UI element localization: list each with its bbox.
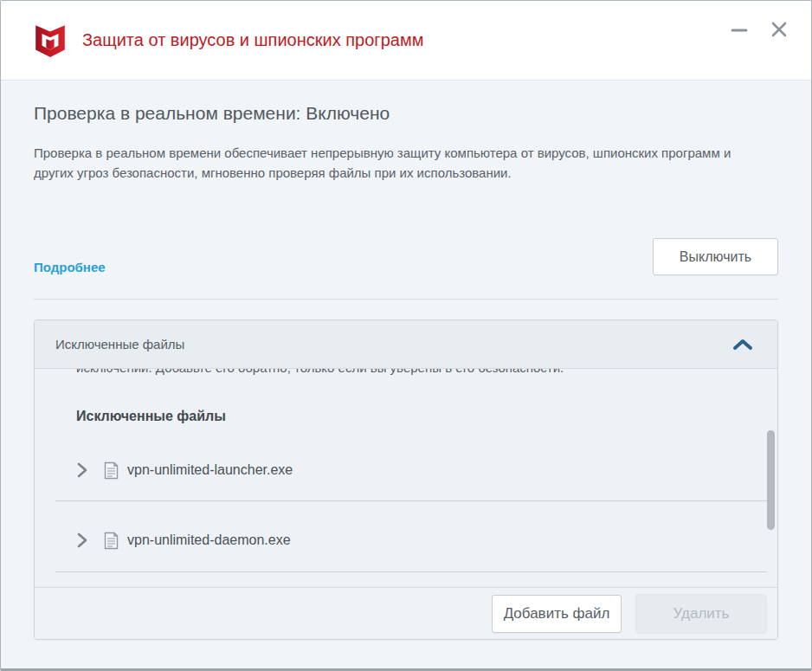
excluded-files-accordion-header[interactable]: Исключенные файлы [35,320,777,369]
mcafee-logo-icon [32,23,68,59]
delete-button[interactable]: Удалить [635,594,767,634]
excluded-files-panel: Исключенные файлы исключений. Добавьте е… [34,319,778,640]
accordion-header-label: Исключенные файлы [55,337,184,352]
turn-off-button[interactable]: Выключить [653,238,778,275]
scrollbar-thumb[interactable] [767,430,775,530]
minimize-icon [729,19,750,40]
close-icon [769,19,789,40]
chevron-right-icon[interactable] [76,532,88,548]
file-icon [104,532,119,550]
titlebar: Защита от вирусов и шпионских программ [1,1,811,81]
row-divider [55,500,767,501]
file-name: vpn-unlimited-daemon.exe [127,532,291,548]
clipped-description-text: исключений. Добавьте его обратно, только… [76,369,722,377]
file-name: vpn-unlimited-launcher.exe [127,462,293,478]
file-icon [104,461,119,480]
file-row[interactable]: vpn-unlimited-daemon.exe [76,519,722,562]
details-link[interactable]: Подробнее [34,260,106,274]
chevron-right-icon[interactable] [76,462,88,478]
window-controls [726,16,792,42]
page-title: Проверка в реальном времени: Включено [34,103,390,124]
window-title: Защита от вирусов и шпионских программ [82,30,423,50]
excluded-files-list-heading: Исключенные файлы [76,409,226,424]
add-file-button[interactable]: Добавить файл [492,595,622,633]
excluded-files-footer: Добавить файл Удалить [35,587,777,639]
file-row[interactable]: vpn-unlimited-launcher.exe [76,448,722,492]
section-divider [34,299,778,300]
close-button[interactable] [766,16,792,42]
mcafee-window: Защита от вирусов и шпионских программ П… [0,0,812,671]
minimize-button[interactable] [726,16,752,42]
page-description: Проверка в реальном времени обеспечивает… [34,143,771,183]
excluded-files-scroll-area[interactable]: исключений. Добавьте его обратно, только… [35,369,777,587]
row-divider [55,571,767,572]
chevron-up-icon [732,338,753,352]
